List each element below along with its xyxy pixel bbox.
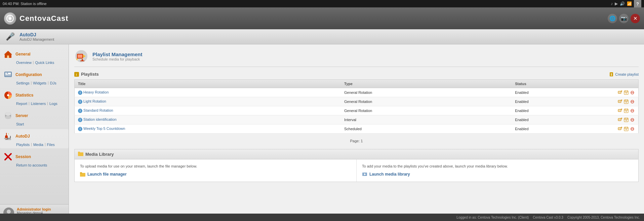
row-info-icon[interactable]: i <box>78 127 82 131</box>
row-info-icon[interactable]: i <box>78 100 82 104</box>
col-title: Title <box>75 80 341 88</box>
subheader: 🎤 AutoDJ AutoDJ Management <box>0 29 644 44</box>
autodj-playlists-link[interactable]: Playlists <box>16 143 30 147</box>
session-links: Return to accounts <box>0 162 69 169</box>
file-manager-icon <box>80 172 85 177</box>
playlist-title-link[interactable]: Heavy Rotation <box>83 90 109 94</box>
sidebar-section-general: General Overview | Quick Links <box>0 47 69 66</box>
cell-status: Enabled <box>512 106 611 115</box>
subheader-text: AutoDJ AutoDJ Management <box>19 32 54 41</box>
media-lib-left: To upload media for use on your stream, … <box>75 159 356 182</box>
row-info-icon[interactable]: i <box>78 109 82 113</box>
general-overview-link[interactable]: Overview <box>16 61 32 65</box>
playlist-title-link[interactable]: Station identification <box>83 117 116 121</box>
page-description: Schedule media for playback <box>92 57 142 61</box>
cell-type: General Rotation <box>341 88 512 97</box>
footer-copyright: Copyright 2005-2013, Centova Technologie… <box>567 216 640 219</box>
schedule-icon[interactable] <box>623 108 629 113</box>
sidebar-item-statistics[interactable]: Statistics <box>0 88 69 101</box>
playlists-icon: i <box>74 72 79 77</box>
sidebar-item-autodj[interactable]: AutoDJ <box>0 129 69 142</box>
edit-icon[interactable] <box>617 117 623 122</box>
schedule-icon[interactable] <box>623 99 629 104</box>
main-layout: General Overview | Quick Links <box>0 44 644 221</box>
edit-icon[interactable] <box>617 90 623 95</box>
signal-icon: 📶 <box>627 1 632 6</box>
help-button[interactable]: ? <box>634 0 641 7</box>
create-playlist-button[interactable]: Create playlist <box>609 72 639 77</box>
svg-line-55 <box>621 100 622 100</box>
general-links: Overview | Quick Links <box>0 60 69 66</box>
row-info-icon[interactable]: i <box>78 118 82 122</box>
delete-icon[interactable]: ⊖ <box>630 108 635 113</box>
svg-rect-83 <box>618 127 621 130</box>
edit-icon[interactable] <box>617 99 623 104</box>
table-row: i Weekly Top 5 CountdownScheduledEnabled… <box>75 124 639 134</box>
svg-rect-31 <box>78 54 82 58</box>
svg-rect-19 <box>6 133 7 136</box>
sidebar-item-general[interactable]: General <box>0 47 69 60</box>
cell-status: Enabled <box>512 97 611 106</box>
svg-rect-95 <box>78 152 83 156</box>
svg-rect-22 <box>10 136 11 139</box>
general-quicklinks-link[interactable]: Quick Links <box>35 61 54 65</box>
config-djs-link[interactable]: DJs <box>50 81 56 85</box>
delete-icon[interactable]: ⊖ <box>630 126 635 132</box>
session-icon <box>3 152 13 161</box>
close-header-icon[interactable]: ✕ <box>631 14 640 23</box>
launch-media-library-link[interactable]: Launch media library <box>362 172 633 177</box>
schedule-icon[interactable] <box>623 90 629 95</box>
svg-point-17 <box>5 112 11 116</box>
playlist-title-link[interactable]: Light Rotation <box>83 99 106 103</box>
server-start-link[interactable]: Start <box>16 122 24 126</box>
media-lib-right-text: To add your media to the playlists you'v… <box>362 164 508 168</box>
content-area: 15 Playlist Management Schedule media fo… <box>69 44 644 221</box>
playlist-title-link[interactable]: Weekly Top 5 Countdown <box>83 126 125 131</box>
svg-line-85 <box>621 127 622 127</box>
global-icon[interactable]: 🌐 <box>608 14 617 23</box>
sidebar-item-configuration[interactable]: Configuration <box>0 68 69 80</box>
table-header-row: Title Type Status <box>75 80 639 88</box>
delete-icon[interactable]: ⊖ <box>630 99 635 104</box>
footer: Logged in as: Centova Technologies Inc. … <box>0 214 644 221</box>
svg-point-1 <box>9 17 11 20</box>
svg-rect-63 <box>618 109 621 112</box>
config-widgets-link[interactable]: Widgets <box>33 81 46 85</box>
edit-icon[interactable] <box>617 108 623 113</box>
stats-listeners-link[interactable]: Listeners <box>31 102 46 106</box>
schedule-icon[interactable] <box>623 117 629 122</box>
page-icon: 15 <box>74 49 88 63</box>
sidebar-section-configuration: Configuration Settings | Widgets | DJs <box>0 68 69 87</box>
session-return-link[interactable]: Return to accounts <box>16 163 47 167</box>
cell-type: Scheduled <box>341 124 512 134</box>
svg-point-28 <box>7 210 11 214</box>
svg-rect-53 <box>618 100 621 103</box>
autodj-files-link[interactable]: Files <box>47 143 55 147</box>
stats-report-link[interactable]: Report <box>16 102 27 106</box>
table-row: i Heavy RotationGeneral RotationEnabled … <box>75 88 639 97</box>
camera-icon[interactable]: 📷 <box>619 14 629 23</box>
svg-rect-43 <box>618 91 621 94</box>
launch-file-manager-link[interactable]: Launch file manager <box>80 172 351 177</box>
cell-actions: ⊖ <box>612 115 639 124</box>
sidebar-item-server[interactable]: Server <box>0 109 69 121</box>
statistics-title: Statistics <box>15 93 33 98</box>
config-settings-link[interactable]: Settings <box>16 81 30 85</box>
playlist-title-link[interactable]: Standard Rotation <box>83 108 113 112</box>
delete-icon[interactable]: ⊖ <box>630 117 635 122</box>
cell-title: i Light Rotation <box>75 97 341 106</box>
edit-icon[interactable] <box>617 126 623 132</box>
cell-actions: ⊖ <box>612 88 639 97</box>
cell-actions: ⊖ <box>612 97 639 106</box>
delete-icon[interactable]: ⊖ <box>630 90 635 95</box>
col-type: Type <box>341 80 512 88</box>
sidebar-item-session[interactable]: Session <box>0 150 69 162</box>
row-actions: ⊖ <box>615 108 635 113</box>
media-library-body: To upload media for use on your stream, … <box>75 159 638 182</box>
row-info-icon[interactable]: i <box>78 90 82 95</box>
autodj-media-link[interactable]: Media <box>33 143 43 147</box>
media-lib-right: To add your media to the playlists you'v… <box>356 159 638 182</box>
cell-actions: ⊖ <box>612 106 639 115</box>
stats-logs-link[interactable]: Logs <box>49 102 57 106</box>
schedule-icon[interactable] <box>623 126 629 132</box>
